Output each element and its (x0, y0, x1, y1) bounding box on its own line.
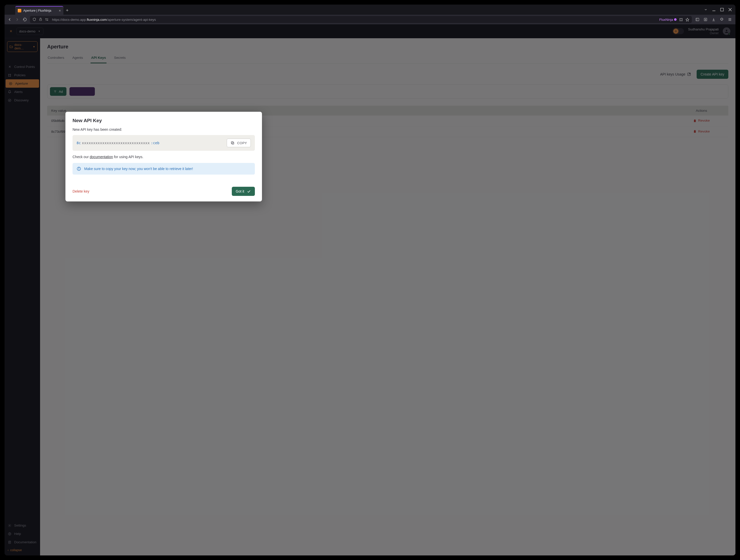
aperture-icon (9, 82, 13, 85)
api-key-display: 8c xxxxxxxxxxxxxxxxxxxxxxxxxxxxxx :ceb C… (73, 135, 255, 151)
svg-rect-56 (232, 142, 234, 144)
info-text: Make sure to copy your key now; you won'… (84, 167, 193, 171)
compass-icon (8, 99, 12, 102)
filter-chip-purple[interactable] (70, 87, 95, 96)
bell-icon (8, 90, 12, 94)
lock-icon (39, 17, 42, 21)
dialog-title: New API Key (73, 118, 255, 123)
nav-back-button[interactable] (7, 17, 12, 22)
info-alert: Make sure to copy your key now; you won'… (73, 163, 255, 175)
tab-favicon (18, 9, 21, 12)
info-icon (77, 166, 81, 171)
sidebar-item-alerts[interactable]: Alerts (5, 88, 40, 96)
nav-forward-button[interactable] (15, 17, 20, 22)
got-it-button[interactable]: Got it (232, 187, 255, 196)
svg-rect-57 (231, 142, 233, 144)
copy-icon (230, 141, 235, 145)
key-prefix: 8c (77, 141, 81, 145)
documentation-link[interactable]: documentation (90, 155, 113, 159)
svg-point-35 (8, 76, 9, 76)
tab-agents[interactable]: Agents (72, 56, 83, 63)
svg-marker-44 (9, 100, 10, 101)
page-tabs: Controllers Agents API Keys Secrets (47, 56, 319, 64)
shield-icon (32, 17, 36, 21)
key-mask: xxxxxxxxxxxxxxxxxxxxxxxxxxxxxx (81, 141, 151, 145)
project-dropdown[interactable]: docs-demo ▼ (16, 28, 43, 35)
page-title: Aperture (47, 44, 319, 50)
svg-point-7 (47, 20, 48, 20)
sidebar-item-policies[interactable]: Policies (5, 71, 40, 79)
key-suffix: :ceb (151, 141, 160, 145)
sidebar-item-label: Control Points (14, 65, 35, 69)
sidebar-item-label: Policies (14, 73, 26, 77)
copy-button[interactable]: COPY (227, 139, 251, 147)
sidebar-project-dropdown[interactable]: docs-dem… ▼ (7, 41, 37, 52)
browser-tabbar: Aperture | FluxNinja × + (5, 5, 319, 15)
filter-chip-label: Ad (59, 90, 63, 94)
sidebar: docs-dem… ▼ ✕ Control Points Policies Ap… (5, 38, 40, 241)
copy-label: COPY (237, 141, 247, 145)
svg-point-36 (10, 76, 11, 76)
svg-point-5 (45, 18, 47, 19)
sidebar-project-label: docs-dem… (14, 43, 31, 50)
tab-secrets[interactable]: Secrets (114, 56, 126, 63)
svg-point-43 (8, 99, 11, 102)
chevron-down-icon: ▼ (33, 45, 35, 48)
sidebar-item-control-points[interactable]: ✕ Control Points (5, 63, 40, 71)
documentation-line: Check our documentation for using API ke… (73, 155, 255, 159)
permissions-icon[interactable] (45, 17, 49, 21)
browser-window: Aperture | FluxNinja × + https://docs-de… (5, 5, 319, 241)
browser-urlbar: https://docs-demo.app.fluxninja.com/aper… (5, 15, 319, 24)
nav-reload-button[interactable] (22, 17, 27, 21)
tab-api-keys[interactable]: API Keys (91, 56, 106, 63)
svg-point-34 (10, 74, 11, 75)
app-topbar: × docs-demo ▼ Sudhanshu Prajapati Owner (5, 24, 319, 38)
folder-icon (9, 45, 13, 48)
svg-point-60 (79, 168, 79, 168)
sidebar-item-discovery[interactable]: Discovery (5, 96, 40, 104)
policies-icon (8, 74, 12, 77)
dialog-subtitle: New API key has been created: (73, 127, 255, 131)
gotit-label: Got it (236, 189, 244, 193)
x-icon: ✕ (8, 65, 12, 69)
new-tab-button[interactable]: + (64, 6, 71, 15)
url-text: https://docs-demo.app.fluxninja.com/aper… (52, 18, 156, 21)
app-root: × docs-demo ▼ Sudhanshu Prajapati Owner (5, 24, 319, 241)
svg-point-41 (9, 82, 12, 85)
project-name: docs-demo (19, 29, 35, 33)
tab-title: Aperture | FluxNinja (23, 9, 51, 12)
sidebar-item-aperture[interactable]: Aperture (6, 79, 39, 88)
sidebar-item-label: Discovery (14, 98, 29, 102)
delete-key-button[interactable]: Delete key (73, 189, 89, 193)
sidebar-item-label: Aperture (15, 82, 28, 85)
tab-close-icon[interactable]: × (59, 9, 61, 13)
filter-icon (54, 90, 57, 93)
chevron-down-icon: ▼ (38, 30, 40, 33)
tab-controllers[interactable]: Controllers (47, 56, 65, 63)
svg-point-42 (10, 83, 11, 84)
url-field[interactable]: https://docs-demo.app.fluxninja.com/aper… (30, 16, 319, 23)
browser-tab[interactable]: Aperture | FluxNinja × (15, 6, 64, 15)
svg-point-33 (8, 74, 9, 75)
topbar-close-icon[interactable]: × (10, 29, 12, 34)
svg-rect-4 (39, 19, 41, 20)
sidebar-item-label: Alerts (14, 90, 22, 94)
new-api-key-dialog: New API Key New API key has been created… (66, 112, 262, 202)
filter-chip[interactable]: Ad (50, 87, 67, 96)
check-icon (247, 189, 251, 193)
filter-bar: Ad (47, 84, 319, 99)
